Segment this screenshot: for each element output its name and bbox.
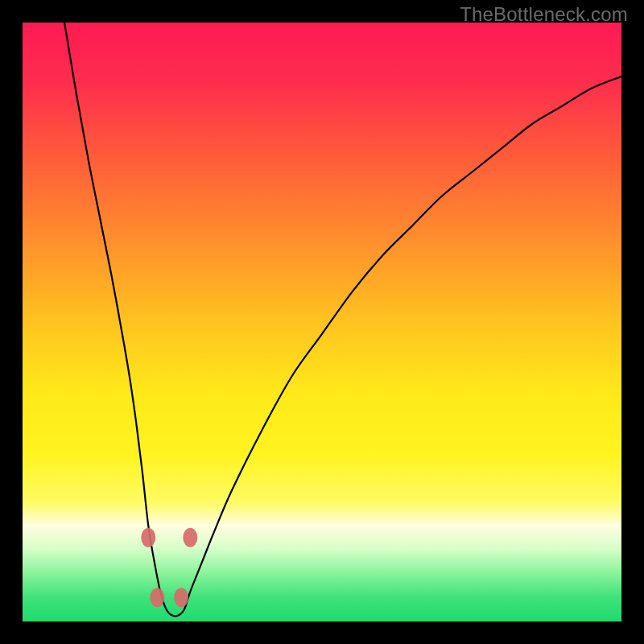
marker-dot-3 [183,528,197,547]
marker-dot-1 [150,588,164,607]
marker-dot-2 [174,588,188,607]
chart-frame: TheBottleneck.com [0,0,644,644]
plot-area [23,23,621,621]
chart-svg [23,23,621,621]
watermark-text: TheBottleneck.com [460,3,628,26]
gradient-bg [23,23,621,621]
marker-dot-0 [141,528,155,547]
